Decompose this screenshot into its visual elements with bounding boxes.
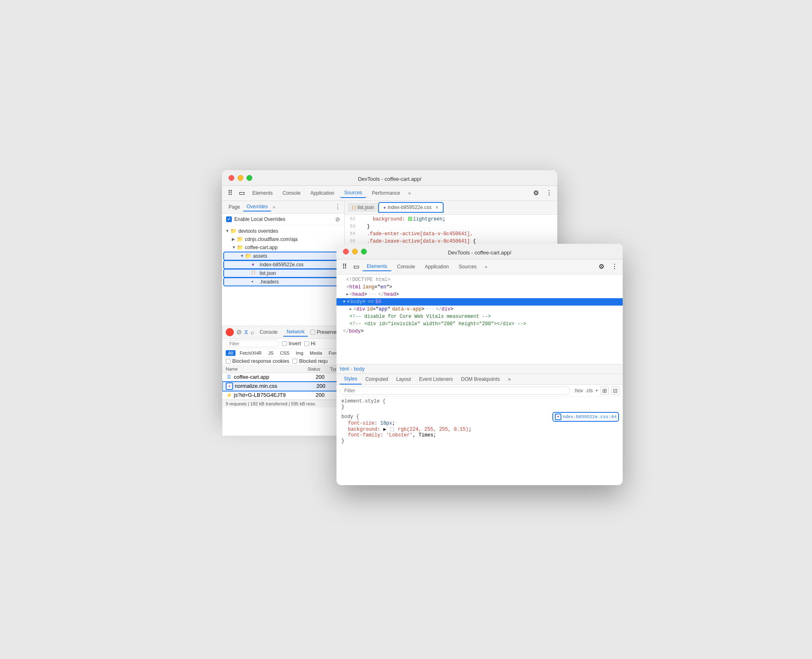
- add-rule-btn[interactable]: +: [595, 388, 598, 394]
- search-icon[interactable]: ⌕: [251, 329, 254, 335]
- tab-application-front[interactable]: Application: [421, 263, 453, 271]
- code-line-54: 54 .fade-enter-active[data-v-0c450641],: [345, 231, 557, 238]
- front-inspect-icon[interactable]: ⠿: [340, 262, 350, 272]
- dom-head[interactable]: ▶ <head> ··· </head>: [336, 291, 623, 298]
- sidebar-tab-page[interactable]: Page: [225, 203, 243, 211]
- sidebar-menu-btn[interactable]: ⋮: [334, 203, 341, 211]
- front-window-title: DevTools - coffee-cart.app/: [343, 250, 616, 256]
- dom-doctype[interactable]: <!DOCTYPE html>: [336, 276, 623, 283]
- new-style-rule-btn[interactable]: ⊞: [601, 387, 609, 395]
- enable-overrides-label: Enable Local Overrides: [234, 216, 285, 222]
- background-color-swatch: [390, 427, 394, 431]
- tab-elements-front[interactable]: Elements: [363, 262, 391, 271]
- blocked-cookies-cb[interactable]: [226, 359, 231, 364]
- clear-button[interactable]: ⊘: [236, 328, 242, 336]
- preserve-log-checkbox[interactable]: [310, 330, 315, 335]
- tree-item-css[interactable]: ▶ ● index-b859522e.css: [224, 261, 343, 269]
- tab-network[interactable]: Network: [283, 328, 308, 337]
- cls-btn[interactable]: .cls: [585, 388, 593, 394]
- hi-label: Hi: [311, 341, 315, 346]
- tab-console-front[interactable]: Console: [393, 263, 419, 271]
- more-tabs[interactable]: »: [406, 190, 413, 196]
- tab-console[interactable]: Console: [278, 189, 305, 198]
- filter-js[interactable]: JS: [266, 350, 276, 356]
- front-settings-icon[interactable]: ⚙: [597, 262, 606, 272]
- folder-icon: 📁: [230, 228, 237, 234]
- filter-icon[interactable]: ⧖: [244, 328, 248, 335]
- tree-item-cdnjs[interactable]: ▶ 📁 cdnjs.cloudflare.com/aja: [222, 235, 344, 243]
- blocked-cookies-row: Blocked response cookies: [226, 358, 289, 364]
- invert-checkbox[interactable]: [282, 341, 287, 346]
- tab-sources[interactable]: Sources: [340, 188, 366, 198]
- styles-tab-computed[interactable]: Computed: [361, 374, 392, 384]
- styles-tab-events[interactable]: Event Listeners: [415, 374, 457, 384]
- no-entry-icon[interactable]: ⊘: [335, 216, 340, 223]
- filter-input[interactable]: [226, 340, 279, 347]
- styles-filter-bar: :hov .cls + ⊞ ⊟: [336, 385, 623, 397]
- front-minimize-button[interactable]: [352, 249, 358, 254]
- row-status-js: 200: [316, 392, 338, 398]
- record-button[interactable]: [226, 328, 234, 336]
- dom-body-selected[interactable]: ▼ <body> == $0: [336, 298, 623, 306]
- front-maximize-button[interactable]: [361, 249, 367, 254]
- more-menu-icon[interactable]: ⋮: [544, 188, 554, 198]
- tab-elements[interactable]: Elements: [248, 189, 277, 198]
- hov-btn[interactable]: :hov: [574, 388, 583, 394]
- breadcrumb-html[interactable]: html: [340, 366, 349, 372]
- front-toolbar-right: ⚙ ⋮: [597, 262, 619, 272]
- tab-performance[interactable]: Performance: [368, 189, 404, 198]
- checkmark-icon: ✓: [227, 217, 231, 221]
- source-file-link[interactable]: ● ndex-b859522e.css:64: [554, 413, 618, 421]
- filter-all[interactable]: All: [226, 350, 236, 356]
- close-button[interactable]: [229, 175, 234, 181]
- dom-div-app[interactable]: ▶ <div id="app" data-v-app> ··· </div>: [336, 306, 623, 313]
- dom-html[interactable]: <html lang="en">: [336, 283, 623, 291]
- front-more-menu-icon[interactable]: ⋮: [610, 262, 619, 272]
- front-device-icon[interactable]: ▭: [351, 262, 361, 272]
- filter-css[interactable]: CSS: [278, 350, 292, 356]
- filter-media[interactable]: Media: [307, 350, 325, 356]
- tree-item-devtools-overrides[interactable]: ▼ 📁 devtools overrides: [222, 227, 344, 235]
- styles-tab-styles[interactable]: Styles: [340, 374, 361, 385]
- styles-tab-dom-bp[interactable]: DOM Breakpoints: [457, 374, 504, 384]
- dom-comment2[interactable]: <!-- <div id="invisible" width="200" hei…: [336, 320, 623, 328]
- front-close-button[interactable]: [343, 249, 349, 254]
- styles-rules-panel: element.style { } body { ● ndex-b859522e…: [336, 397, 623, 485]
- hi-checkbox[interactable]: [304, 341, 309, 346]
- filter-img[interactable]: Img: [294, 350, 306, 356]
- computed-sidebar-btn[interactable]: ⊟: [611, 387, 619, 395]
- styles-tab-more[interactable]: »: [504, 374, 515, 384]
- styles-filter-input[interactable]: [340, 387, 570, 395]
- source-tab-css[interactable]: ● index-b859522e.css ✕: [379, 202, 443, 212]
- dom-body-close[interactable]: </body>: [336, 328, 623, 335]
- row-name-coffee: coffee-cart.app: [234, 374, 316, 380]
- blocked-req-cb[interactable]: [292, 359, 297, 364]
- close-tab-icon[interactable]: ✕: [435, 205, 439, 210]
- css-file-icon: ●: [251, 261, 258, 268]
- settings-icon[interactable]: ⚙: [531, 188, 541, 198]
- styles-tab-layout[interactable]: Layout: [392, 374, 415, 384]
- tree-item-assets[interactable]: ▼ 📁 assets: [224, 252, 343, 260]
- tree-item-coffee-cart[interactable]: ▼ 📁 coffee-cart.app: [222, 243, 344, 252]
- tree-arrow: ▼: [225, 229, 230, 233]
- source-tab-json[interactable]: { } list.json: [348, 203, 378, 212]
- sidebar-tab-overrides[interactable]: Overrides: [243, 202, 271, 211]
- maximize-button[interactable]: [247, 175, 252, 181]
- tab-console-net[interactable]: Console: [256, 328, 281, 336]
- tab-application[interactable]: Application: [306, 189, 339, 198]
- device-icon[interactable]: ▭: [237, 188, 247, 198]
- dom-comment1[interactable]: <!-- disable for Core Web Vitals measure…: [336, 313, 623, 320]
- filter-fetchxhr[interactable]: Fetch/XHR: [237, 350, 264, 356]
- breadcrumb-body[interactable]: body: [354, 366, 365, 372]
- inspect-icon[interactable]: ⠿: [225, 188, 235, 198]
- tree-item-headers[interactable]: ▶ ▪ .headers: [224, 278, 343, 286]
- code-line-53: 53 }: [345, 224, 557, 231]
- row-status-normalize: 200: [316, 383, 339, 389]
- enable-overrides-checkbox[interactable]: ✓: [226, 216, 232, 222]
- tree-item-json[interactable]: ▶ { } list.json: [224, 269, 343, 277]
- plain-file-icon: ▪: [251, 279, 258, 285]
- minimize-button[interactable]: [238, 175, 243, 181]
- front-more-tabs[interactable]: »: [482, 263, 490, 270]
- sidebar-more-btn[interactable]: »: [273, 205, 275, 209]
- tab-sources-front[interactable]: Sources: [455, 263, 481, 271]
